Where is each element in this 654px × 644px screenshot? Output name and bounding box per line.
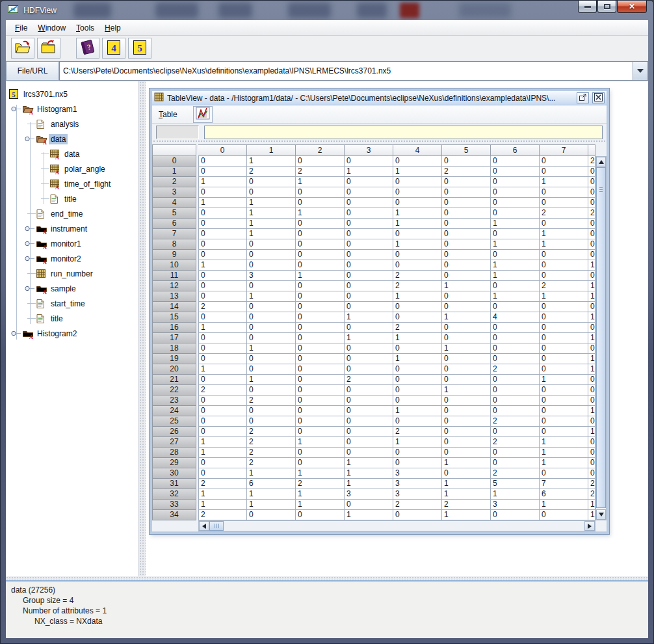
scroll-left-button[interactable] xyxy=(199,521,209,531)
table-cell[interactable]: 0 xyxy=(296,427,345,437)
table-cell[interactable]: 0 xyxy=(393,260,442,271)
table-cell[interactable]: 1 xyxy=(491,271,540,281)
tree-item-title[interactable]: title xyxy=(8,191,138,206)
table-cell[interactable]: 0 xyxy=(442,229,491,239)
row-header-34[interactable]: 34 xyxy=(152,510,196,520)
table-cell[interactable]: 0 xyxy=(296,219,345,229)
table-cell[interactable]: 0 xyxy=(491,375,540,385)
column-header-3[interactable]: 3 xyxy=(345,144,393,156)
table-cell[interactable]: 0 xyxy=(491,343,540,354)
table-cell[interactable]: 0 xyxy=(296,458,345,468)
close-button[interactable]: ✕ xyxy=(617,1,647,13)
table-cell[interactable]: 0 xyxy=(588,375,595,385)
table-cell[interactable]: 0 xyxy=(588,468,595,479)
table-cell[interactable]: 1 xyxy=(540,239,588,250)
table-cell[interactable]: 0 xyxy=(345,208,393,219)
table-cell[interactable]: 0 xyxy=(540,167,588,177)
table-cell[interactable]: 0 xyxy=(198,219,247,229)
table-cell[interactable]: 1 xyxy=(393,406,442,416)
row-header-0[interactable]: 0 xyxy=(152,156,196,167)
table-cell[interactable]: 0 xyxy=(442,302,491,312)
table-cell[interactable]: 0 xyxy=(393,364,442,375)
row-header-23[interactable]: 23 xyxy=(152,396,196,406)
table-cell[interactable]: 1 xyxy=(393,437,442,448)
table-cell[interactable]: 0 xyxy=(198,208,247,219)
table-cell[interactable]: 2 xyxy=(198,385,247,396)
table-cell[interactable]: 1 xyxy=(588,354,595,364)
table-cell[interactable]: 0 xyxy=(393,375,442,385)
table-cell[interactable]: 2 xyxy=(247,458,296,468)
row-header-5[interactable]: 5 xyxy=(152,208,196,219)
table-cell[interactable]: 0 xyxy=(296,448,345,458)
horizontal-scrollbar[interactable] xyxy=(198,520,595,531)
table-cell[interactable]: 0 xyxy=(393,187,442,198)
tree-item-lrcs3701.nx5[interactable]: 5lrcs3701.nx5 xyxy=(8,87,138,101)
tree-expanded-handle[interactable] xyxy=(8,101,22,116)
table-cell[interactable]: 1 xyxy=(247,375,296,385)
table-cell[interactable]: 0 xyxy=(198,239,247,250)
table-cell[interactable]: 1 xyxy=(198,177,247,187)
table-cell[interactable]: 0 xyxy=(296,364,345,375)
table-cell[interactable]: 0 xyxy=(491,354,540,364)
table-cell[interactable]: 0 xyxy=(442,239,491,250)
table-cell[interactable]: 0 xyxy=(247,385,296,396)
table-cell[interactable]: 1 xyxy=(442,458,491,468)
tree-item-data[interactable]: Adata xyxy=(8,146,138,161)
tree-collapsed-handle[interactable] xyxy=(8,326,22,341)
table-cell[interactable]: 0 xyxy=(491,510,540,520)
table-cell[interactable]: 0 xyxy=(540,333,588,343)
table-cell[interactable]: 1 xyxy=(540,177,588,187)
table-cell[interactable]: 2 xyxy=(588,489,595,500)
table-cell[interactable]: 2 xyxy=(296,167,345,177)
table-cell[interactable]: 0 xyxy=(491,177,540,187)
table-cell[interactable]: 0 xyxy=(540,312,588,323)
table-cell[interactable]: 0 xyxy=(247,302,296,312)
menu-file[interactable]: File xyxy=(11,21,34,34)
titlebar[interactable]: H HDFView ✕ xyxy=(1,1,653,20)
vertical-splitter[interactable] xyxy=(139,81,146,576)
table-cell[interactable]: 2 xyxy=(588,156,595,167)
row-header-18[interactable]: 18 xyxy=(152,343,196,354)
table-cell[interactable]: 1 xyxy=(247,489,296,500)
table-cell[interactable]: 0 xyxy=(247,416,296,427)
table-cell[interactable]: 0 xyxy=(588,187,595,198)
table-cell[interactable]: 1 xyxy=(588,312,595,323)
table-cell[interactable]: 1 xyxy=(491,260,540,271)
row-header-27[interactable]: 27 xyxy=(152,437,196,448)
menu-tools[interactable]: Tools xyxy=(72,21,101,34)
row-header-1[interactable]: 1 xyxy=(152,167,196,177)
tree-item-monitor1[interactable]: Amonitor1 xyxy=(8,236,138,251)
table-cell[interactable]: 0 xyxy=(198,229,247,239)
row-header-16[interactable]: 16 xyxy=(152,323,196,333)
table-cell[interactable]: 1 xyxy=(540,229,588,239)
row-header-9[interactable]: 9 xyxy=(152,250,196,260)
table-cell[interactable]: 1 xyxy=(345,458,393,468)
table-cell[interactable]: 0 xyxy=(442,250,491,260)
table-cell[interactable]: 0 xyxy=(393,250,442,260)
vertical-scroll-thumb[interactable] xyxy=(596,167,606,508)
table-cell[interactable]: 0 xyxy=(345,291,393,302)
table-cell[interactable]: 0 xyxy=(345,500,393,510)
table-cell[interactable]: 0 xyxy=(247,323,296,333)
table-cell[interactable]: 1 xyxy=(442,281,491,291)
table-cell[interactable]: 1 xyxy=(588,281,595,291)
table-cell[interactable]: 1 xyxy=(393,208,442,219)
table-cell[interactable]: 0 xyxy=(296,198,345,208)
table-cell[interactable]: 0 xyxy=(540,198,588,208)
table-cell[interactable]: 0 xyxy=(198,468,247,479)
table-cell[interactable]: 0 xyxy=(442,437,491,448)
vertical-scrollbar[interactable] xyxy=(595,156,607,520)
table-cell[interactable]: 0 xyxy=(345,396,393,406)
help-book-button[interactable]: ? xyxy=(76,38,99,59)
table-cell[interactable]: 0 xyxy=(198,271,247,281)
column-header-6[interactable]: 6 xyxy=(491,144,540,156)
table-cell[interactable]: 0 xyxy=(588,385,595,396)
scroll-up-button[interactable] xyxy=(596,157,606,167)
file-path-input[interactable] xyxy=(60,62,633,80)
table-cell[interactable]: 0 xyxy=(345,187,393,198)
row-header-12[interactable]: 12 xyxy=(152,281,196,291)
table-cell[interactable]: 1 xyxy=(198,364,247,375)
table-cell[interactable]: 7 xyxy=(540,479,588,489)
table-cell[interactable]: 1 xyxy=(393,333,442,343)
table-cell[interactable]: 0 xyxy=(198,333,247,343)
